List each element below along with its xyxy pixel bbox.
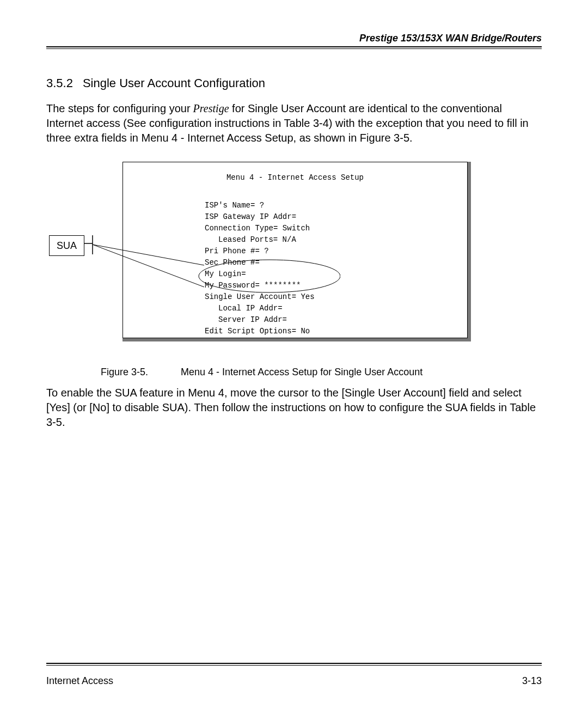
page-header-title: Prestige 153/153X WAN Bridge/Routers [46, 33, 542, 46]
section-number: 3.5.2 [46, 76, 73, 90]
terminal-line: ISP Gateway IP Addr= [139, 211, 451, 223]
terminal-shadow: Menu 4 - Internet Access Setup ISP's Nam… [122, 162, 471, 341]
terminal-line: Sec Phone #= [139, 257, 451, 268]
figure-caption-text: Menu 4 - Internet Access Setup for Singl… [181, 367, 422, 377]
page-footer: Internet Access 3-13 [46, 663, 542, 687]
terminal-line: Pri Phone #= ? [139, 246, 451, 257]
figure-container: SUA Menu 4 - Internet Access Setup ISP's… [46, 162, 542, 363]
terminal-line: Connection Type= Switch [139, 223, 451, 234]
paragraph-2: To enable the SUA feature in Menu 4, mov… [46, 386, 542, 430]
terminal-line: Single User Account= Yes [139, 291, 451, 303]
terminal-line: My Login= [139, 268, 451, 280]
terminal-line: Leased Ports= N/A [139, 234, 451, 246]
section-title: Single User Account Configuration [83, 76, 265, 90]
terminal-screen: Menu 4 - Internet Access Setup ISP's Nam… [122, 162, 468, 338]
terminal-line: Server IP Addr= [139, 314, 451, 326]
figure-caption: Figure 3-5.Menu 4 - Internet Access Setu… [101, 367, 542, 378]
sua-callout-label: SUA [49, 235, 84, 256]
terminal-line: Local IP Addr= [139, 303, 451, 314]
figure-caption-label: Figure 3-5. [101, 367, 148, 377]
terminal-line: ISP's Name= ? [139, 200, 451, 211]
section-heading: 3.5.2Single User Account Configuration [46, 76, 542, 90]
terminal-line: My Password= ******** [139, 280, 451, 291]
terminal-line: Edit Script Options= No [139, 326, 451, 337]
footer-right: 3-13 [522, 675, 542, 687]
paragraph-1: The steps for configuring your Prestige … [46, 101, 542, 145]
footer-left: Internet Access [46, 675, 113, 687]
terminal-title: Menu 4 - Internet Access Setup [139, 172, 451, 184]
